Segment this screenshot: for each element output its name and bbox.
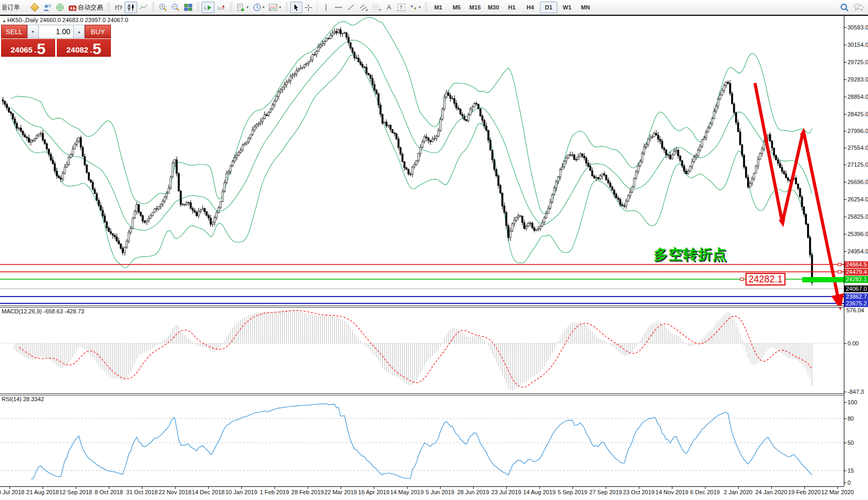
vertical-line-tool-button[interactable] [320,2,332,13]
bar-chart-mode-button[interactable] [112,2,125,13]
buy-price-dot: . [90,45,92,54]
chat-button[interactable] [851,2,866,13]
price-tag: 23675.2 [844,300,868,307]
new-order-label: 新订单 [2,3,20,12]
new-order-button[interactable]: 新订单 [2,2,28,13]
channel-tool-button[interactable]: E [357,2,370,13]
vertical-line-icon [323,4,329,11]
zoom-out-button[interactable] [169,2,182,13]
periods-button[interactable]: ▾ [251,2,267,13]
macd-axis-label: -847.3 [847,389,864,395]
sell-price-main: 24065 [11,45,33,54]
cursor-tool-button[interactable] [290,2,302,13]
trend-arrow-down-1[interactable] [755,83,782,220]
timeframe-button-m30[interactable]: M30 [485,2,502,13]
line-chart-icon [139,4,148,11]
template-chart-icon [269,4,278,11]
templates-button[interactable]: ▾ [267,2,283,13]
text-tool-button[interactable]: A [383,2,395,13]
candlestick-mode-button[interactable] [125,2,137,13]
sell-button[interactable]: SELL [1,25,27,38]
macd-axis-label: 0.00 [847,340,859,346]
timeframe-button-m1[interactable]: M1 [430,2,447,13]
timeframe-button-w1[interactable]: W1 [558,2,576,13]
green-level-bar[interactable] [802,277,844,282]
autotrading-button[interactable]: 自动交易 [66,2,105,13]
macd-axis-tick [844,343,846,344]
volume-decrease-button[interactable]: ▾ [27,25,39,38]
price-axis-tick [844,148,846,148]
zoom-in-button[interactable] [157,2,169,13]
macd-indicator-label: MACD(12,26,9) -658.63 -428.73 [2,308,84,314]
add-indicator-button[interactable]: ▾ [234,2,251,13]
toolbar-grip [152,3,155,12]
trendline-tool-button[interactable] [345,2,357,13]
volume-increase-button[interactable]: ▴ [73,25,85,38]
date-axis-label: 30 Jul 2018 [0,489,24,495]
fibonacci-tool-button[interactable]: F [370,2,383,13]
price-axis-label: 25396.0 [847,231,868,237]
buy-price-fraction: 5 [93,42,101,56]
turning-point-annotation[interactable]: 多空转折点 [653,245,727,264]
timeframe-button-h4[interactable]: H4 [522,2,539,13]
trend-arrow-up[interactable] [782,135,802,223]
date-axis-label: 5 Sep 2019 [558,489,587,495]
timeframe-button-d1[interactable]: D1 [540,2,557,13]
crosshair-icon [304,4,312,12]
date-axis-border [0,486,844,487]
timeframe-button-m15[interactable]: M15 [466,2,484,13]
crosshair-tool-button[interactable] [302,2,314,13]
date-axis-label: 12 Mar 2020 [821,489,854,495]
level-price-label[interactable]: 24282.1 [746,273,785,285]
candlestick-icon [127,4,135,12]
sell-price-button[interactable]: 24065.5 [1,39,55,57]
price-axis-label: 25825.0 [847,213,868,220]
chart-title: ▴HK50-,Daily 24660.0 24683.0 23997.0 240… [3,17,128,23]
price-tag: 24664.5 [844,261,868,268]
price-tag: 24479.4 [844,269,868,275]
label-tool-button[interactable]: T [395,2,407,13]
price-axis-tick [844,62,846,63]
toolbar-separator [317,2,318,13]
volume-stepper: ▾ 1.00 ▴ [27,25,85,38]
signals-button[interactable] [54,2,66,13]
history-center-button[interactable] [28,2,40,13]
date-axis-label: 8 Oct 2018 [95,489,123,495]
search-button[interactable] [838,2,851,13]
buy-price-main: 24082 [66,45,88,54]
svg-text:E: E [366,8,368,12]
timeframe-button-m5[interactable]: M5 [448,2,465,13]
date-axis-label: 23 Jul 2019 [492,489,522,495]
price-axis-tick [844,199,846,200]
price-axis-tick [844,234,846,234]
accounts-button[interactable] [40,2,54,13]
dropdown-caret-icon: ▾ [419,5,421,9]
zoom-out-icon [171,3,180,12]
date-axis-label: 14 Nov 2019 [656,489,688,495]
date-axis-label: 28 Feb 2019 [291,489,324,495]
timeframe-button-h1[interactable]: H1 [503,2,520,13]
fibonacci-icon: F [372,4,381,12]
volume-input[interactable]: 1.00 [39,25,74,38]
dropdown-caret-icon: ▾ [263,5,265,9]
sell-price-dot: . [34,45,36,54]
toolbar-grip [230,3,232,12]
horizontal-line-tool-button[interactable] [332,2,345,13]
trend-arrow-down-2[interactable] [803,130,838,295]
macd-rsi-pane-separator[interactable] [0,393,844,395]
date-axis-label: 22 Mar 2019 [324,489,357,495]
chart-shift-button[interactable] [215,2,228,13]
toolbar: 新订单 自动交易 [0,0,868,15]
rsi-axis-label: 15 [847,467,854,474]
line-chart-mode-button[interactable] [137,2,150,13]
buy-button[interactable]: BUY [85,25,111,38]
price-axis-label: 29283.0 [847,76,868,83]
symbol-ohlc-text: HK50-,Daily 24660.0 24683.0 23997.0 2406… [7,17,128,23]
arrows-tool-button[interactable]: ▾ [407,2,423,13]
tile-windows-button[interactable] [182,2,195,13]
auto-scroll-button[interactable] [201,2,215,13]
buy-price-button[interactable]: 24082.5 [57,39,111,57]
main-macd-pane-separator[interactable] [0,305,844,308]
timeframe-button-mn[interactable]: MN [577,2,594,13]
price-axis-label: 28854.0 [847,94,868,100]
